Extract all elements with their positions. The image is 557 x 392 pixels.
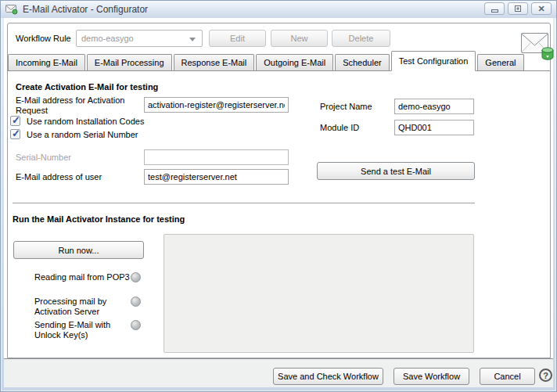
workflow-rule-select[interactable]: demo-easygo bbox=[76, 30, 203, 47]
user-email-label: E-Mail address of user bbox=[16, 172, 102, 182]
activation-email-label: E-Mail address for Activation Request bbox=[16, 95, 142, 116]
activation-email-input[interactable] bbox=[144, 97, 289, 113]
serial-number-label: Serial-Number bbox=[16, 153, 71, 163]
tab-incoming-email[interactable]: Incoming E-Mail bbox=[8, 54, 85, 70]
serial-number-checkbox[interactable]: ✓ bbox=[10, 129, 20, 139]
minimize-button[interactable] bbox=[484, 2, 505, 15]
workflow-rule-label: Workflow Rule bbox=[16, 34, 71, 44]
main-panel: Workflow Rule demo-easygo Edit New Delet… bbox=[7, 23, 551, 358]
save-and-check-workflow-button[interactable]: Save and Check Workflow bbox=[273, 368, 383, 385]
section-title-create-activation: Create Activation E-Mail for testing bbox=[16, 82, 158, 92]
run-now-button[interactable]: Run now... bbox=[13, 241, 144, 259]
close-icon: ✕ bbox=[537, 5, 544, 13]
project-name-input[interactable] bbox=[394, 99, 474, 114]
chevron-down-icon bbox=[189, 38, 196, 41]
new-button[interactable]: New bbox=[271, 30, 328, 47]
maximize-button[interactable] bbox=[508, 2, 528, 15]
window-title: E-Mail Activator - Configurator bbox=[23, 4, 148, 15]
checkbox-row-serial-number: ✓ Use a random Serial Number bbox=[10, 129, 138, 139]
delete-button[interactable]: Delete bbox=[332, 30, 390, 47]
status-sending-label: Sending E-Mail with Unlock Key(s) bbox=[34, 320, 131, 340]
edit-button[interactable]: Edit bbox=[209, 30, 266, 47]
checkbox-row-installation-codes: ✓ Use random Installation Codes bbox=[10, 116, 144, 126]
module-id-label: Module ID bbox=[320, 123, 359, 133]
serial-number-input[interactable] bbox=[144, 149, 289, 165]
section-separator bbox=[13, 203, 475, 204]
serial-number-checkbox-label: Use a random Serial Number bbox=[27, 130, 138, 139]
workflow-rule-value: demo-easygo bbox=[81, 34, 134, 43]
installation-codes-label: Use random Installation Codes bbox=[27, 117, 144, 126]
status-processing-indicator bbox=[131, 297, 141, 307]
help-icon[interactable]: ? bbox=[539, 369, 552, 382]
status-sending-indicator bbox=[131, 320, 141, 330]
module-id-input[interactable] bbox=[394, 120, 474, 135]
close-button[interactable]: ✕ bbox=[531, 2, 552, 15]
minimize-icon bbox=[491, 9, 498, 13]
project-name-label: Project Name bbox=[320, 102, 372, 112]
tab-scheduler[interactable]: Scheduler bbox=[335, 54, 390, 70]
title-bar[interactable]: E-Mail Activator - Configurator ✕ bbox=[1, 1, 556, 18]
send-test-email-button[interactable]: Send a test E-Mail bbox=[317, 162, 475, 180]
checkmark-icon: ✓ bbox=[12, 114, 20, 126]
maximize-icon bbox=[515, 5, 521, 12]
save-workflow-button[interactable]: Save Workflow bbox=[393, 368, 469, 385]
user-email-input[interactable] bbox=[144, 169, 289, 185]
tab-general[interactable]: General bbox=[477, 54, 523, 70]
app-mail-icon bbox=[5, 4, 18, 15]
run-output-panel[interactable] bbox=[164, 234, 474, 353]
checkmark-icon: ✓ bbox=[12, 128, 20, 139]
status-processing-label: Processing mail by Activation Server bbox=[34, 297, 131, 317]
installation-codes-checkbox[interactable]: ✓ bbox=[10, 116, 20, 126]
window: E-Mail Activator - Configurator ✕ Workfl… bbox=[0, 0, 557, 392]
client-area: Workflow Rule demo-easygo Edit New Delet… bbox=[4, 18, 553, 386]
tab-strip: Incoming E-Mail E-Mail Processing Respon… bbox=[8, 51, 550, 71]
tab-test-configuration[interactable]: Test Configuration bbox=[391, 51, 476, 71]
section-title-run-instance: Run the Mail Activator Instance for test… bbox=[13, 214, 185, 225]
tab-response-email[interactable]: Response E-Mail bbox=[174, 54, 255, 70]
status-pop3-indicator bbox=[131, 272, 141, 282]
tab-outgoing-email[interactable]: Outgoing E-Mail bbox=[256, 54, 333, 70]
tab-email-processing[interactable]: E-Mail Processing bbox=[87, 54, 172, 70]
cancel-button[interactable]: Cancel bbox=[480, 368, 535, 385]
status-pop3-label: Reading mail from POP3 bbox=[34, 272, 131, 282]
footer-bar: Save and Check Workflow Save Workflow Ca… bbox=[4, 358, 553, 387]
